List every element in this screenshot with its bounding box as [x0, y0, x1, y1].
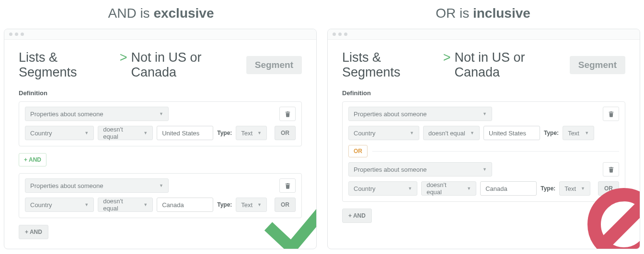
- select-label: Country: [30, 130, 52, 137]
- or-connector: OR: [348, 145, 619, 157]
- headline-row: AND is exclusive OR is inclusive: [0, 0, 644, 29]
- select-label: Country: [354, 130, 376, 137]
- window-dot: [9, 33, 12, 36]
- rule-row: Properties about someone ▼: [348, 162, 619, 177]
- properties-select[interactable]: Properties about someone ▼: [25, 107, 169, 121]
- definition-label: Definition: [342, 89, 625, 97]
- panels-container: Lists & Segments > Not in US or Canada S…: [0, 29, 644, 249]
- type-select[interactable]: Text ▼: [236, 198, 267, 212]
- browser-bar: [328, 29, 640, 40]
- add-and-button[interactable]: + AND: [342, 209, 372, 223]
- headline-right-pre: OR is: [436, 6, 473, 21]
- field-select[interactable]: Country ▼: [25, 126, 94, 140]
- breadcrumb-root[interactable]: Lists & Segments: [342, 50, 439, 80]
- properties-select[interactable]: Properties about someone ▼: [25, 178, 169, 193]
- breadcrumb-leaf: Not in US or Canada: [131, 50, 246, 80]
- breadcrumb-root[interactable]: Lists & Segments: [19, 50, 116, 80]
- field-select[interactable]: Country ▼: [348, 126, 419, 140]
- condition-select[interactable]: doesn't equal ▼: [421, 181, 476, 196]
- select-label: Country: [30, 201, 52, 209]
- value-input[interactable]: [157, 198, 213, 212]
- delete-button[interactable]: [603, 162, 619, 177]
- chevron-down-icon: ▼: [467, 186, 471, 191]
- breadcrumb-leaf: Not in US or Canada: [454, 50, 569, 80]
- rule-group: Properties about someone ▼ Country ▼ doe…: [342, 101, 625, 202]
- breadcrumb-row: Lists & Segments > Not in US or Canada S…: [328, 40, 640, 89]
- condition-select[interactable]: doesn't equal ▼: [98, 198, 153, 212]
- trash-icon: [609, 111, 614, 117]
- chevron-down-icon: ▼: [257, 202, 262, 207]
- or-button[interactable]: OR: [598, 181, 619, 196]
- headline-right-strong: inclusive: [473, 6, 530, 21]
- chevron-down-icon: ▼: [408, 186, 412, 191]
- definition-content: Definition Properties about someone ▼ Co…: [4, 89, 316, 249]
- field-select[interactable]: Country ▼: [25, 198, 94, 212]
- browser-left: Lists & Segments > Not in US or Canada S…: [4, 29, 317, 249]
- trash-icon: [285, 183, 290, 189]
- or-chip[interactable]: OR: [348, 145, 368, 157]
- type-label: Type:: [544, 130, 559, 136]
- chevron-down-icon: ▼: [143, 131, 148, 135]
- segment-button[interactable]: Segment: [246, 56, 302, 74]
- window-dot: [344, 33, 347, 36]
- add-and-button[interactable]: + AND: [19, 225, 48, 239]
- or-button[interactable]: OR: [275, 126, 296, 140]
- headline-left: AND is exclusive: [0, 6, 322, 21]
- properties-select[interactable]: Properties about someone ▼: [348, 162, 492, 177]
- select-label: doesn't equal: [426, 181, 463, 196]
- type-select[interactable]: Text ▼: [236, 126, 267, 140]
- select-label: Properties about someone: [30, 110, 103, 118]
- select-label: Properties about someone: [354, 110, 426, 118]
- segment-button[interactable]: Segment: [570, 56, 625, 74]
- breadcrumb-row: Lists & Segments > Not in US or Canada S…: [4, 40, 316, 89]
- value-input[interactable]: [483, 126, 540, 140]
- and-connector: + AND: [19, 153, 302, 166]
- chevron-down-icon: ▼: [470, 131, 474, 135]
- chevron-down-icon: ▼: [159, 111, 163, 116]
- select-label: Text: [568, 130, 579, 137]
- chevron-down-icon: ▼: [257, 131, 262, 135]
- type-select[interactable]: Text ▼: [563, 126, 594, 140]
- chevron-down-icon: ▼: [84, 131, 89, 135]
- type-label: Type:: [540, 185, 555, 192]
- delete-button[interactable]: [603, 107, 619, 121]
- select-label: Properties about someone: [30, 182, 103, 189]
- trash-icon: [285, 111, 290, 117]
- type-select[interactable]: Text ▼: [559, 181, 590, 196]
- window-dot: [15, 33, 18, 36]
- chevron-down-icon: ▼: [483, 111, 487, 116]
- breadcrumb: Lists & Segments > Not in US or Canada: [342, 50, 570, 80]
- field-select[interactable]: Country ▼: [348, 181, 417, 196]
- delete-button[interactable]: [279, 178, 296, 193]
- value-input[interactable]: [157, 126, 213, 140]
- chevron-down-icon: ▼: [581, 186, 585, 191]
- window-dot: [21, 33, 24, 36]
- and-chip[interactable]: + AND: [19, 153, 46, 166]
- breadcrumb-separator: >: [120, 50, 127, 65]
- rule-group: Properties about someone ▼ Country ▼ doe…: [19, 101, 302, 146]
- select-label: Text: [241, 201, 253, 209]
- rule-row: Properties about someone ▼: [25, 178, 296, 193]
- chevron-down-icon: ▼: [84, 202, 89, 207]
- rule-row: Country ▼ doesn't equal ▼ Type: Text ▼ O…: [348, 181, 619, 196]
- rule-row: Properties about someone ▼: [25, 107, 296, 121]
- delete-button[interactable]: [279, 107, 296, 121]
- condition-select[interactable]: doesn't equal ▼: [98, 126, 153, 140]
- select-label: Country: [354, 185, 376, 192]
- headline-left-strong: exclusive: [153, 6, 214, 21]
- value-input[interactable]: [480, 181, 537, 196]
- select-label: Text: [564, 185, 576, 192]
- chevron-down-icon: ▼: [159, 183, 163, 188]
- rule-group: Properties about someone ▼ Country ▼ doe…: [19, 173, 302, 218]
- select-label: Text: [241, 130, 253, 137]
- breadcrumb-separator: >: [443, 50, 451, 65]
- or-button[interactable]: OR: [275, 198, 296, 212]
- properties-select[interactable]: Properties about someone ▼: [348, 107, 492, 121]
- rule-row: Country ▼ doesn't equal ▼ Type: Text ▼: [348, 126, 619, 140]
- condition-select[interactable]: doesn't equal ▼: [423, 126, 480, 140]
- browser-bar: [4, 29, 316, 40]
- breadcrumb: Lists & Segments > Not in US or Canada: [19, 50, 246, 80]
- type-label: Type:: [217, 130, 232, 136]
- window-dot: [333, 33, 336, 36]
- select-label: doesn't equal: [428, 130, 465, 137]
